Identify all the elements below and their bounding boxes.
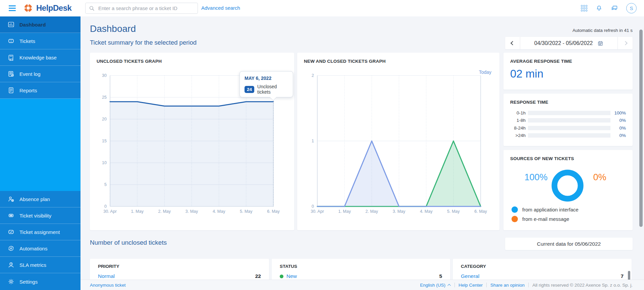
ticket-visibility-icon [7,212,15,219]
search-input[interactable] [98,5,194,11]
footer-links: English (US) Help Center Share an opinio… [420,283,633,288]
sidebar-item-label: SLA metrics [19,262,46,268]
category-general-value: 7 [621,273,624,279]
avg-response-value: 02 min [510,67,543,80]
sidebar-item-label: Dashboard [19,22,46,28]
ticket-assignment-icon [7,228,15,236]
page-scrollbar-thumb[interactable] [639,30,643,227]
svg-text:1. May: 1. May [131,209,144,214]
sidebar-item-automations[interactable]: Automations [0,240,80,257]
sidebar-item-label: Settings [19,279,38,285]
svg-text:0: 0 [104,204,107,209]
sidebar-item-settings[interactable]: Settings [0,273,80,290]
new-closed-tickets-graph-card: NEW AND CLOSED TICKETS GRAPH Today 30. A… [297,53,499,230]
response-time-row: 1-8h 0% [503,117,633,125]
category-general-link[interactable]: General [461,273,479,279]
status-new-link[interactable]: New [280,273,297,279]
svg-text:3. May: 3. May [185,209,198,214]
sidebar-item-tickets[interactable]: Tickets [0,33,80,49]
sidebar-item-event-log[interactable]: Event log [0,66,80,82]
date-next-button[interactable] [618,37,633,49]
date-range-text: 04/30/2022 - 05/06/2022 [534,40,593,46]
absence-plan-icon [7,195,15,203]
sources-of-new-tickets-card: SOURCES OF NEW TICKETS 100% 0% from appl… [503,150,633,230]
tooltip-value-badge: 24 [245,86,254,93]
sidebar-item-knowledge-base[interactable]: Knowledge base [0,49,80,66]
dashboard-icon [7,21,15,28]
language-selector[interactable]: English (US) [420,283,451,288]
sidebar-secondary-group: Absence plan Ticket visibility Ticket as… [0,191,80,290]
messages-chat-icon[interactable] [611,5,618,12]
chevron-left-icon [511,41,515,45]
average-response-time-card: AVERAGE RESPONSE TIME 02 min [503,53,633,90]
notifications-bell-icon[interactable] [595,5,603,12]
sidebar-item-ticket-assignment[interactable]: Ticket assignment [0,224,80,240]
status-row: New 5 [280,273,442,279]
avatar-initial: S [630,5,633,11]
svg-text:6. May: 6. May [267,209,280,214]
date-prev-button[interactable] [505,37,520,49]
sidebar-item-absence-plan[interactable]: Absence plan [0,191,80,207]
sidebar-item-ticket-visibility[interactable]: Ticket visibility [0,207,80,224]
event-log-icon [7,70,15,78]
new-closed-tickets-chart[interactable]: 30. Apr1. May2. May3. May4. May5. May6. … [297,53,499,230]
tickets-icon [7,37,15,45]
svg-text:10: 10 [102,160,107,165]
sidebar-item-label: Ticket assignment [19,229,60,235]
sidebar: Dashboard Tickets Knowledge base Event l… [0,16,80,290]
response-time-title: RESPONSE TIME [510,100,548,105]
anonymous-ticket-link[interactable]: Anonymous ticket [90,283,126,288]
divider [486,283,487,287]
response-time-row: 0-1h 100% [503,109,633,117]
sidebar-item-dashboard[interactable]: Dashboard [0,16,80,33]
legend-item: from application interface [512,206,579,213]
sidebar-item-label: Knowledge base [19,55,57,60]
settings-icon [7,278,15,285]
status-new-value: 5 [439,273,442,279]
help-center-link[interactable]: Help Center [459,283,483,288]
svg-text:4. May: 4. May [213,209,225,214]
sidebar-item-reports[interactable]: Reports [0,82,80,99]
priority-normal-link[interactable]: Normal [98,273,115,279]
calendar-icon[interactable] [597,40,603,46]
apps-grid-icon[interactable] [581,5,587,11]
search-icon [89,5,95,11]
sources-legend: from application interface from e-mail m… [512,206,579,225]
knowledge-base-icon [7,54,15,61]
copyright-text: All rights reserved © 2022 Axence Sp. z … [532,283,633,288]
svg-text:20: 20 [102,117,107,122]
helpdesk-app: HelpDesk Advanced search S [0,0,644,290]
bar-track [528,111,610,115]
search-box [85,3,198,14]
svg-text:2: 2 [312,73,314,78]
svg-text:2. May: 2. May [158,209,171,214]
user-avatar[interactable]: S [626,3,637,13]
sidebar-item-sla-metrics[interactable]: SLA metrics [0,257,80,273]
bar-track [528,126,610,130]
svg-text:30: 30 [102,73,107,78]
unclosed-section-title: Number of unclosed tickets [90,239,167,246]
top-bar: HelpDesk Advanced search S [0,0,644,16]
date-range-field[interactable]: 04/30/2022 - 05/06/2022 [520,37,618,49]
caret-up-icon [447,284,451,287]
tooltip-date: MAY 6, 2022 [245,76,288,81]
legend-item: from e-mail message [512,216,579,222]
sidebar-item-label: Absence plan [19,196,50,202]
svg-text:5. May: 5. May [447,209,460,214]
helpdesk-logo[interactable]: HelpDesk [23,3,71,13]
menu-toggle-icon[interactable] [9,5,16,11]
svg-text:6. May: 6. May [474,209,487,214]
sources-email-percent: 0% [588,172,611,183]
status-title: STATUS [280,264,297,269]
svg-text:15: 15 [102,139,107,143]
bar-track [528,133,610,138]
response-time-row: 8-24h 0% [503,124,633,132]
sidebar-main-group: Dashboard Tickets Knowledge base Event l… [0,16,80,99]
advanced-search-link[interactable]: Advanced search [201,5,240,11]
chevron-right-icon [623,41,628,45]
sidebar-item-label: Automations [19,246,47,251]
sidebar-item-label: Reports [19,88,37,93]
share-opinion-link[interactable]: Share an opinion [490,283,525,288]
response-time-row: >24h 0% [503,132,633,140]
legend-dot-orange [512,216,518,222]
